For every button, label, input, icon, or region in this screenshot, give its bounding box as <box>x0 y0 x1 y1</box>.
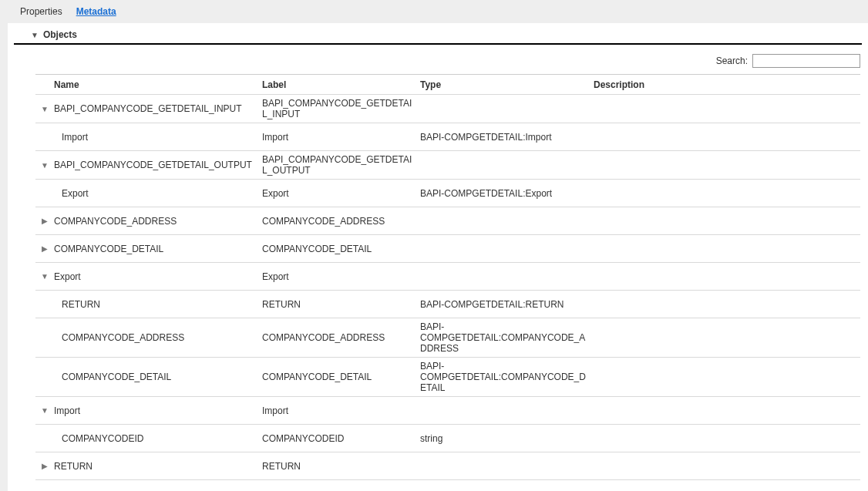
section-header-objects[interactable]: Objects <box>14 26 862 45</box>
search-label: Search: <box>716 55 748 66</box>
table-row[interactable]: COMPANYCODE_DETAILCOMPANYCODE_DETAILBAPI… <box>35 358 860 397</box>
cell-type: BAPI-COMPGETDETAIL:Export <box>420 188 594 199</box>
table-body: BAPI_COMPANYCODE_GETDETAIL_INPUTBAPI_COM… <box>35 95 860 480</box>
chevron-right-icon[interactable] <box>35 244 54 253</box>
header-type[interactable]: Type <box>420 79 594 90</box>
cell-name: BAPI_COMPANYCODE_GETDETAIL_INPUT <box>54 103 262 114</box>
cell-name: Import <box>54 132 262 143</box>
table-row[interactable]: BAPI_COMPANYCODE_GETDETAIL_INPUTBAPI_COM… <box>35 95 860 123</box>
cell-label: COMPANYCODEID <box>262 433 420 444</box>
cell-label: COMPANYCODE_DETAIL <box>262 244 420 254</box>
cell-label: RETURN <box>262 461 420 472</box>
chevron-right-icon[interactable] <box>35 217 54 225</box>
table-row[interactable]: ExportExport <box>35 263 860 291</box>
tab-properties[interactable]: Properties <box>20 6 62 17</box>
cell-label: COMPANYCODE_ADDRESS <box>262 332 420 343</box>
cell-label: Import <box>262 405 420 416</box>
search-input[interactable] <box>752 54 860 68</box>
cell-type: BAPI-COMPGETDETAIL:Import <box>420 132 594 143</box>
tab-metadata[interactable]: Metadata <box>76 6 116 17</box>
cell-label: BAPI_COMPANYCODE_GETDETAIL_INPUT <box>262 98 420 119</box>
tabs-bar: Properties Metadata <box>0 0 868 23</box>
table-row[interactable]: RETURNRETURN <box>35 452 860 480</box>
header-name[interactable]: Name <box>54 79 262 90</box>
table-row[interactable]: ImportImport <box>35 397 860 425</box>
content-panel: Objects Search: Name Label Type Descript… <box>8 23 868 491</box>
collapse-icon[interactable] <box>31 31 39 39</box>
header-label[interactable]: Label <box>262 79 420 90</box>
search-row: Search: <box>8 45 868 74</box>
cell-name: COMPANYCODE_DETAIL <box>54 372 262 382</box>
cell-name: Export <box>54 271 262 282</box>
cell-type: BAPI-COMPGETDETAIL:COMPANYCODE_ADDRESS <box>420 321 594 354</box>
cell-label: COMPANYCODE_DETAIL <box>262 372 420 382</box>
cell-name: RETURN <box>54 299 262 310</box>
cell-type: BAPI-COMPGETDETAIL:COMPANYCODE_DETAIL <box>420 361 594 393</box>
chevron-down-icon[interactable] <box>35 105 54 113</box>
cell-name: BAPI_COMPANYCODE_GETDETAIL_OUTPUT <box>54 160 262 170</box>
table-row[interactable]: ExportExportBAPI-COMPGETDETAIL:Export <box>35 180 860 207</box>
cell-label: Import <box>262 132 420 143</box>
cell-name: COMPANYCODE_ADDRESS <box>54 216 262 227</box>
table-row[interactable]: COMPANYCODE_ADDRESSCOMPANYCODE_ADDRESS <box>35 207 860 235</box>
cell-type: string <box>420 433 594 444</box>
table-header-row: Name Label Type Description <box>35 75 860 95</box>
cell-name: COMPANYCODEID <box>54 433 262 444</box>
chevron-down-icon[interactable] <box>35 272 54 281</box>
cell-name: RETURN <box>54 461 262 472</box>
chevron-down-icon[interactable] <box>35 161 54 170</box>
cell-label: RETURN <box>262 299 420 310</box>
table-row[interactable]: RETURNRETURNBAPI-COMPGETDETAIL:RETURN <box>35 291 860 318</box>
chevron-right-icon[interactable] <box>35 462 54 470</box>
table-row[interactable]: BAPI_COMPANYCODE_GETDETAIL_OUTPUTBAPI_CO… <box>35 151 860 180</box>
cell-name: COMPANYCODE_ADDRESS <box>54 332 262 343</box>
cell-type: BAPI-COMPGETDETAIL:RETURN <box>420 299 594 310</box>
objects-table: Name Label Type Description BAPI_COMPANY… <box>35 74 860 480</box>
chevron-down-icon[interactable] <box>35 406 54 415</box>
cell-name: Import <box>54 405 262 416</box>
cell-label: BAPI_COMPANYCODE_GETDETAIL_OUTPUT <box>262 154 420 176</box>
header-description[interactable]: Description <box>594 79 860 90</box>
table-row[interactable]: COMPANYCODE_DETAILCOMPANYCODE_DETAIL <box>35 235 860 263</box>
cell-name: Export <box>54 188 262 199</box>
table-row[interactable]: COMPANYCODEIDCOMPANYCODEIDstring <box>35 425 860 452</box>
table-row[interactable]: ImportImportBAPI-COMPGETDETAIL:Import <box>35 123 860 151</box>
section-title: Objects <box>43 29 77 40</box>
cell-label: COMPANYCODE_ADDRESS <box>262 216 420 227</box>
cell-name: COMPANYCODE_DETAIL <box>54 244 262 254</box>
table-row[interactable]: COMPANYCODE_ADDRESSCOMPANYCODE_ADDRESSBA… <box>35 318 860 358</box>
cell-label: Export <box>262 188 420 199</box>
cell-label: Export <box>262 271 420 282</box>
